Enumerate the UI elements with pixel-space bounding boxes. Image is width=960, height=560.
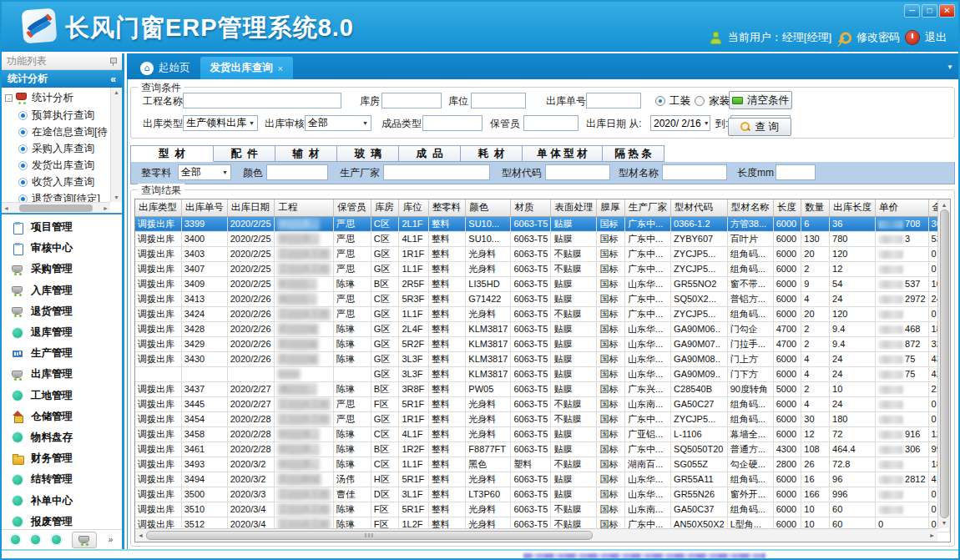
subtab-6[interactable]: 耗 材 xyxy=(461,145,523,162)
table-row[interactable]: 调拨出库34302020/2/26石▒▒▒城陈琳G区3L3F整料KLM38176… xyxy=(135,351,950,366)
table-row[interactable]: 调拨出库34932020/3/2华▒▒原...陈琳C区1L1F整料黑色塑料不贴膜… xyxy=(135,457,950,472)
sidebar-item-审核中心[interactable]: 审核中心 xyxy=(2,238,122,259)
table-row[interactable]: 调拨出库33992020/2/25华▒▒原...严思C区2L1F整料SU10..… xyxy=(135,216,950,231)
module-dot-icon[interactable] xyxy=(31,535,40,544)
table-row[interactable]: 调拨出库35002020/3/3工▒▒共工程曹佳D区3L1F整料LT3P6060… xyxy=(135,487,950,502)
sidebar-item-采购管理[interactable]: 采购管理 xyxy=(2,259,122,280)
change-password-link[interactable]: 修改密码 xyxy=(856,30,900,45)
radio-gongzhuang[interactable] xyxy=(655,96,665,106)
sidebar-item-物料盘存[interactable]: 物料盘存 xyxy=(2,427,122,448)
table-row[interactable]: 调拨出库34292020/2/26石▒▒▒城陈琳G区5R2F整料KLM38176… xyxy=(135,336,950,351)
tab-home[interactable]: ⌂ 起始页 xyxy=(130,57,200,79)
subtab-5[interactable]: 成 品 xyxy=(399,145,461,162)
table-row[interactable]: ▒▒▒G区3L3F整料KLM38176063-T5贴膜国标山东华...GA90M… xyxy=(135,366,950,381)
subtab-3[interactable]: 辅 材 xyxy=(275,145,337,162)
table-horizontal-scrollbar[interactable]: ◄‖‖‖► xyxy=(135,528,937,542)
table-row[interactable]: 调拨出库34282020/2/26石▒▒▒城陈琳G区2L4F整料KLM38176… xyxy=(135,321,950,336)
product-type-input[interactable] xyxy=(422,115,483,131)
column-header[interactable]: 单价 xyxy=(876,199,928,216)
subtab-1[interactable]: 型 材 xyxy=(130,145,214,162)
order-no-input[interactable] xyxy=(586,93,641,108)
radio-jiazhuang[interactable] xyxy=(695,96,705,106)
table-row[interactable]: 调拨出库34942020/3/2石▒▒辉城汤伟H区5R1F整料光身料6063-T… xyxy=(135,472,950,487)
close-button[interactable]: ✕ xyxy=(939,4,955,18)
collapse-icon[interactable]: « xyxy=(110,73,116,85)
length-input[interactable] xyxy=(776,164,816,180)
column-header[interactable]: 库位 xyxy=(399,199,428,216)
tree-item[interactable]: 收货入库查询 xyxy=(5,174,109,190)
module-dot-icon[interactable] xyxy=(11,535,20,544)
tabbar-dropdown-icon[interactable]: ▼ xyxy=(947,63,953,71)
column-header[interactable]: 表面处理 xyxy=(551,199,597,216)
column-header[interactable]: 工程 xyxy=(275,199,334,216)
column-header[interactable]: 型材名称 xyxy=(727,199,773,216)
table-row[interactable]: 调拨出库34072020/2/25工▒▒共工程严思G区1L1F整料光身料6063… xyxy=(135,261,950,276)
sidebar-item-财务管理[interactable]: 财务管理 xyxy=(2,448,122,469)
column-header[interactable]: 出库类型 xyxy=(135,199,181,216)
table-vertical-scrollbar[interactable]: ▲▼ xyxy=(937,199,950,528)
table-row[interactable]: 调拨出库34002020/2/25华▒▒原...严思C区4L1F整料SU10..… xyxy=(135,231,950,246)
table-row[interactable]: 调拨出库34612020/2/28华▒▒原...陈琳B区1R2F整料F8877F… xyxy=(135,441,950,457)
maker-input[interactable] xyxy=(383,164,490,180)
color-input[interactable] xyxy=(266,164,328,180)
module-cart-button[interactable] xyxy=(72,532,97,548)
whole-part-select[interactable]: 全部▼ xyxy=(178,164,231,180)
sidebar-item-退库管理[interactable]: 退库管理 xyxy=(2,322,122,343)
subtab-7[interactable]: 单 体 型 材 xyxy=(523,145,603,162)
tab-shipment-query[interactable]: 发货出库查询 × xyxy=(200,57,293,79)
tree-expander-icon[interactable]: - xyxy=(5,94,13,102)
sidebar-item-结转管理[interactable]: 结转管理 xyxy=(2,469,122,490)
column-header[interactable]: 型材代码 xyxy=(671,199,728,216)
sidebar-item-退货管理[interactable]: 退货管理 xyxy=(2,301,122,322)
table-row[interactable]: 调拨出库35102020/3/4工▒▒共工程陈琳F区5R1F整料光身料6063-… xyxy=(135,502,950,517)
profile-code-input[interactable] xyxy=(545,164,610,180)
keeper-input[interactable] xyxy=(523,115,579,131)
outbound-type-select[interactable]: 生产领料出库▼ xyxy=(183,115,258,131)
more-modules-chevron[interactable]: » xyxy=(109,537,114,543)
tree-item[interactable]: 发货出库查询 xyxy=(5,157,109,174)
subtab-4[interactable]: 玻 璃 xyxy=(337,145,399,162)
sidebar-item-入库管理[interactable]: 入库管理 xyxy=(2,280,122,301)
clear-conditions-button[interactable]: 清空条件 xyxy=(729,91,792,109)
column-header[interactable]: 出库日期 xyxy=(227,199,275,216)
subtab-8[interactable]: 隔 热 条 xyxy=(603,145,664,162)
pin-icon[interactable] xyxy=(109,57,117,66)
column-header[interactable]: 保管员 xyxy=(333,199,371,216)
sidebar-item-出库管理[interactable]: 出库管理 xyxy=(2,364,122,385)
subtab-2[interactable]: 配 件 xyxy=(214,145,275,162)
column-header[interactable]: 材质 xyxy=(511,199,551,216)
table-row[interactable]: 调拨出库34092020/2/25长▒▒▒...陈琳B区2R5F整料LI35HD… xyxy=(135,276,950,291)
tree-item[interactable]: 在途信息查询[待 xyxy=(5,124,109,140)
column-header[interactable]: 出库单号 xyxy=(181,199,227,216)
sidebar-item-工地管理[interactable]: 工地管理 xyxy=(2,386,122,406)
tab-close-icon[interactable]: × xyxy=(278,63,283,73)
table-row[interactable]: 调拨出库34452020/2/27工▒▒共工程严思F区5R1F整料光身料6063… xyxy=(135,396,950,411)
section-header-stats[interactable]: 统计分析 « xyxy=(2,70,122,88)
column-header[interactable]: 出库长度 xyxy=(830,199,876,216)
sidebar-item-仓储管理[interactable]: 仓储管理 xyxy=(2,406,122,427)
minimize-button[interactable]: ─ xyxy=(904,4,920,18)
maximize-button[interactable]: □ xyxy=(922,4,937,18)
tree-root-stats[interactable]: - 统计分析 xyxy=(5,89,109,107)
column-header[interactable]: 生产厂家 xyxy=(625,199,671,216)
project-name-input[interactable] xyxy=(183,93,341,108)
table-row[interactable]: 调拨出库34132020/2/26南▒▒▒...严思C区5R3F整料G71422… xyxy=(135,291,950,306)
location-input[interactable] xyxy=(471,93,526,108)
column-header[interactable]: 库房 xyxy=(371,199,399,216)
sidebar-item-项目管理[interactable]: 项目管理 xyxy=(2,217,122,238)
table-row[interactable]: 调拨出库34542020/2/28工▒▒共工程严思G区1R1F整料光身料6063… xyxy=(135,411,950,426)
tree-item[interactable]: 预算执行查询 xyxy=(5,107,109,124)
column-header[interactable]: 长度 xyxy=(773,199,801,216)
table-row[interactable]: 调拨出库34372020/2/27佛▒▒▒...陈琳B区3R8F整料PW0560… xyxy=(135,381,950,396)
module-dot-icon[interactable] xyxy=(52,535,61,544)
sidebar-item-报废管理[interactable]: 报废管理 xyxy=(2,512,122,529)
table-row[interactable]: 调拨出库34032020/2/25工▒▒共工程严思G区1R1F整料光身料6063… xyxy=(135,246,950,261)
search-button[interactable]: 查 询 xyxy=(728,118,791,136)
column-header[interactable]: 膜厚 xyxy=(597,199,625,216)
column-header[interactable]: 颜色 xyxy=(466,199,511,216)
tree-item[interactable]: 采购入库查询 xyxy=(5,140,109,157)
column-header[interactable]: 数量 xyxy=(801,199,830,216)
tree-vertical-scrollbar[interactable]: ▲▼ xyxy=(110,88,122,202)
sidebar-item-生产管理[interactable]: 生产管理 xyxy=(2,343,122,364)
column-header[interactable]: 整零料 xyxy=(428,199,466,216)
